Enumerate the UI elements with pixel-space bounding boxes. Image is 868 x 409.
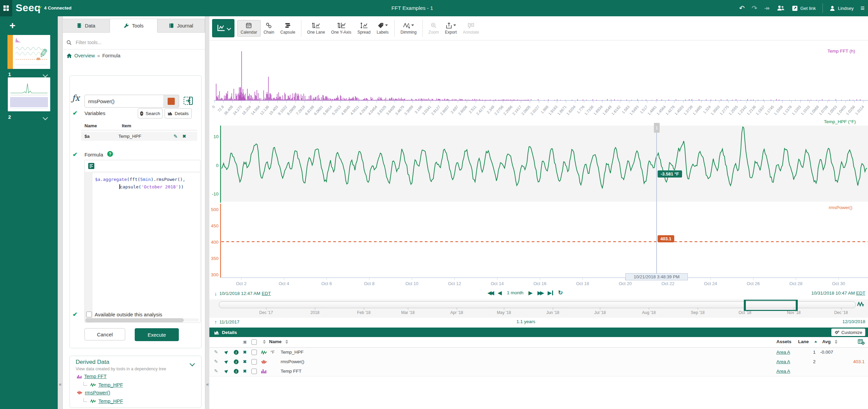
remove-icon[interactable]: ✖	[243, 350, 247, 355]
send-to-icon[interactable]	[224, 350, 229, 354]
worksheet-thumbnail-2[interactable]	[8, 77, 50, 111]
signal-lanes-chart[interactable]: 100-10 500450400350300	[209, 117, 868, 280]
investigate-duration[interactable]: 1.1 years	[516, 319, 535, 324]
col-assets[interactable]: Assets	[776, 339, 791, 344]
editor-scrollbar[interactable]	[86, 318, 199, 321]
range-start[interactable]: 10/1/2018 12:47 AM EDT	[220, 291, 271, 296]
dock-panel-icon[interactable]	[183, 96, 193, 106]
col-lane[interactable]: Lane	[798, 339, 809, 344]
select-all-checkbox[interactable]	[251, 339, 257, 345]
derived-link[interactable]: rmsPower()	[85, 390, 110, 395]
variables-details-button[interactable]: Details	[165, 108, 192, 118]
edit-icon[interactable]: ✎	[214, 359, 218, 364]
formula-help-icon[interactable]: ?	[107, 151, 113, 157]
toolbar-export-button[interactable]: Export	[442, 20, 460, 36]
row-asset-link[interactable]: Area A	[776, 350, 790, 355]
formula-code[interactable]: $a.aggregate(fft(5min).rmsPower(),capsul…	[95, 176, 185, 191]
worksheet-thumbnail-1[interactable]: ✎	[13, 35, 50, 69]
info-icon[interactable]: i	[234, 359, 239, 364]
sort-icon[interactable]	[835, 340, 837, 344]
details-row-temp-hpf[interactable]: ✎ i ✖ °F Temp_HPF Area A 1 -0.007	[209, 348, 868, 357]
toolbar-chain-button[interactable]: Chain	[261, 20, 277, 36]
row-asset-link[interactable]: Area A	[776, 369, 790, 374]
collapse-handle-left[interactable]: «	[58, 16, 63, 409]
send-to-icon[interactable]	[224, 369, 229, 373]
document-outline-icon[interactable]	[88, 163, 95, 169]
color-swatch-button[interactable]	[163, 95, 179, 108]
step-forward-fast-icon[interactable]: ▶▶	[537, 290, 543, 296]
user-menu[interactable]: Lindsey	[830, 5, 854, 11]
row-checkbox[interactable]	[251, 359, 257, 365]
series-label-rmspower[interactable]: rmsPower()	[829, 205, 852, 210]
hamburger-menu-icon[interactable]: ≡	[861, 4, 865, 12]
toolbar-labels-button[interactable]: Labels	[374, 20, 392, 36]
row-checkbox[interactable]	[251, 369, 257, 374]
execute-button[interactable]: Execute	[135, 328, 179, 341]
edit-icon[interactable]: ✎	[214, 368, 218, 374]
users-icon[interactable]	[776, 5, 785, 12]
formula-name-input[interactable]	[84, 95, 171, 108]
add-column-icon[interactable]	[858, 339, 865, 345]
worksheet-2-menu-chevron[interactable]	[43, 115, 47, 121]
investigate-end[interactable]: 12/10/2018	[842, 319, 865, 324]
add-worksheet-button[interactable]: +	[10, 20, 16, 31]
toolbar-spread-button[interactable]: Spread	[354, 20, 374, 36]
sort-icon[interactable]	[285, 340, 288, 344]
toolbar-capsule-button[interactable]: Capsule	[277, 20, 298, 36]
remove-icon[interactable]: ✖	[243, 359, 247, 364]
home-icon[interactable]	[67, 53, 72, 58]
info-icon[interactable]: i	[234, 369, 239, 374]
range-end[interactable]: 10/31/2018 10:47 AM EDT	[811, 291, 865, 296]
formula-editor[interactable]: $a.aggregate(fft(5min).rmsPower(),capsul…	[84, 160, 201, 323]
series-label-temp-hpf[interactable]: Temp_HPF (°F)	[824, 119, 856, 124]
refresh-icon[interactable]: ↻	[558, 289, 563, 296]
sort-asc-icon[interactable]	[814, 341, 817, 342]
step-forward-icon[interactable]: ▶	[528, 290, 532, 296]
investigate-start[interactable]: 11/1/2017	[220, 319, 240, 324]
customize-button[interactable]: Customize	[831, 329, 865, 336]
remove-icon[interactable]: ✖	[243, 369, 247, 374]
derived-data-collapse-chevron[interactable]	[190, 361, 194, 367]
redo-icon[interactable]: ↷	[752, 5, 757, 12]
toolbar-dimming-button[interactable]: Dimming	[397, 20, 419, 36]
step-back-icon[interactable]: ◀	[498, 290, 502, 296]
info-icon[interactable]: i	[234, 350, 239, 355]
timeline-signal-icon[interactable]	[857, 301, 864, 308]
derived-link[interactable]: Temp_HPF	[98, 382, 123, 388]
tab-journal[interactable]: Journal	[157, 19, 205, 33]
remove-variable-icon[interactable]: ✖	[183, 134, 186, 139]
details-row-temp-fft[interactable]: ✎ i ✖ Temp FFT Area A	[209, 367, 868, 376]
filter-tools-input[interactable]	[75, 39, 188, 45]
step-back-fast-icon[interactable]: ◀◀	[488, 290, 493, 296]
timeline-selection[interactable]	[744, 300, 798, 311]
derived-link[interactable]: Temp FFT	[84, 374, 107, 379]
connection-status[interactable]: ✔ 4 Connected	[38, 5, 72, 11]
tab-data[interactable]: Data	[62, 19, 110, 33]
available-outside-checkbox[interactable]	[86, 312, 92, 317]
view-selector-button[interactable]	[212, 19, 234, 37]
details-row-rmspower[interactable]: ✎ i ✖ rmsPower() Area A 2 403.1	[209, 357, 868, 367]
step-size-label[interactable]: 1 month	[507, 290, 524, 295]
derived-link[interactable]: Temp_HPF	[98, 398, 123, 404]
toolbar-one-lane-button[interactable]: One Lane	[304, 20, 328, 36]
edit-variable-icon[interactable]: ✎	[173, 133, 178, 140]
toolbar-one-y-axis-button[interactable]: One Y-Axis	[328, 20, 354, 36]
sort-icon[interactable]	[263, 340, 266, 344]
tab-tools[interactable]: Tools	[110, 19, 157, 33]
row-checkbox[interactable]	[251, 350, 257, 355]
cancel-button[interactable]: Cancel	[84, 328, 125, 340]
send-to-icon[interactable]	[224, 359, 229, 364]
toolbar-calendar-button[interactable]: Calendar	[237, 20, 261, 37]
col-avg[interactable]: Avg	[822, 339, 831, 344]
edit-icon[interactable]: ✎	[214, 349, 218, 355]
series-label-temp-fft[interactable]: Temp FFT (h)	[827, 49, 855, 54]
step-to-end-icon[interactable]: ▶	[548, 290, 553, 296]
fft-chart[interactable]: 072.836.40924.27318.20414.56412.13610.40…	[209, 40, 868, 125]
redo-all-icon[interactable]: ↠	[764, 5, 770, 12]
undo-icon[interactable]: ↶	[739, 5, 745, 12]
breadcrumb-overview[interactable]: Overview	[74, 53, 95, 58]
row-asset-link[interactable]: Area A	[776, 359, 790, 364]
variables-search-button[interactable]: + Search	[138, 108, 163, 118]
remove-all-icon[interactable]: ✖	[243, 339, 247, 345]
col-name[interactable]: Name	[269, 339, 282, 344]
